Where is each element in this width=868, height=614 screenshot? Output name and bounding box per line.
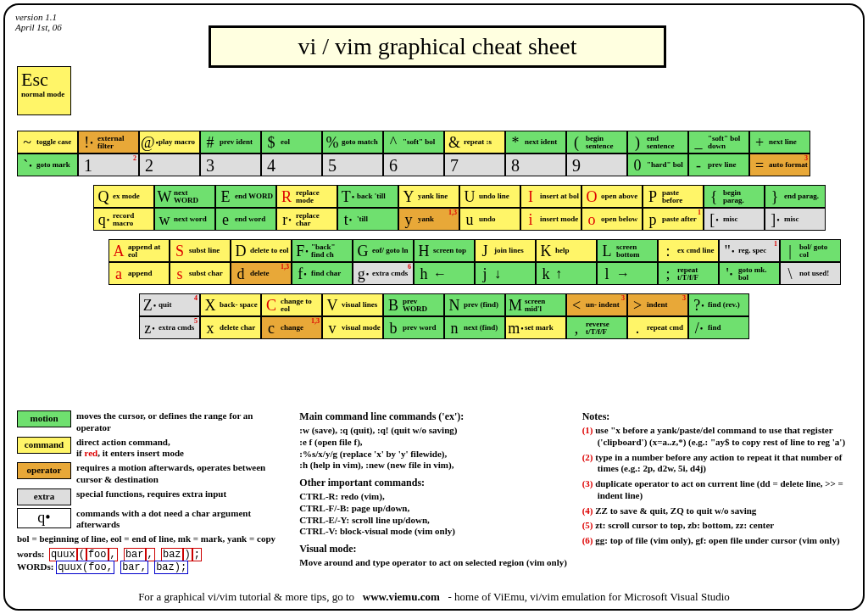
key-label: yank line (418, 193, 459, 200)
key-label: subst line (189, 247, 230, 254)
key-label: misc (723, 215, 764, 223)
key-label: open below (601, 215, 642, 223)
key-char: K (537, 243, 555, 259)
key-!: !external filter (78, 131, 139, 154)
key-k: k↑ (536, 262, 597, 285)
key-label: indent (647, 301, 687, 309)
key-char: x (201, 321, 220, 336)
key-note-ref: 1 (774, 241, 777, 248)
key-char: " (720, 243, 738, 259)
key-label: undo (479, 215, 520, 223)
key-char: d (231, 266, 250, 282)
key-char: & (445, 135, 464, 150)
key-char: { (704, 189, 723, 204)
key-]: ]misc (765, 208, 826, 231)
key-K: Khelp (536, 239, 597, 262)
key-label: paste before (662, 189, 703, 204)
key-label: change to eol (281, 298, 321, 313)
key-Q: Qex mode (93, 185, 154, 208)
key-char: # (201, 135, 220, 150)
key-char: o (582, 212, 601, 227)
key-label: set mark (525, 324, 565, 332)
key-label: prev line (708, 161, 748, 169)
key-label: visual lines (342, 301, 382, 309)
other-heading: Other important commands: (299, 477, 568, 489)
qdot-swatch: q• (17, 508, 71, 528)
key-label: "hard" bol (647, 161, 687, 169)
key-label: misc (784, 215, 825, 223)
ex-text: :w (save), :q (quit), :q! (quit w/o savi… (299, 425, 568, 472)
key-char: % (323, 135, 342, 150)
key-row: zextra cmds5xdelete charcchange1,3vvisua… (139, 316, 749, 339)
key-n: nnext (find) (444, 316, 505, 339)
key-char: 3 (201, 157, 220, 174)
key-label: quit (159, 301, 199, 309)
key-char: : (659, 243, 677, 259)
key-j: j↓ (475, 262, 536, 285)
key-char: D (231, 243, 250, 259)
key-label: subst char (189, 270, 230, 277)
key-e: eend word (215, 208, 276, 231)
version-text: version 1.1 (15, 12, 853, 22)
legend-swatch: motion (17, 410, 71, 427)
key-label: delete char (220, 324, 260, 332)
key-c: cchange1,3 (261, 316, 322, 339)
key-?: ?find (rev.) (688, 293, 749, 316)
esc-key: Esc normal mode (17, 66, 71, 115)
key-^: ^"soft" bol (383, 131, 444, 154)
key-label: help (555, 247, 596, 254)
note-3: (3) duplicate operator to act on current… (582, 478, 851, 502)
key-P: Ppaste before (643, 185, 704, 208)
key-label: end sentence (647, 135, 687, 150)
key-char: = (750, 158, 769, 173)
key-(: (begin sentence (566, 131, 627, 154)
key-char: 0 (628, 158, 647, 173)
key-char: c (262, 321, 281, 336)
key-char: _ (689, 135, 708, 150)
key-note-ref: 1 (698, 209, 701, 216)
note-5: (5) zt: scroll cursor to top, zb: bottom… (582, 520, 851, 532)
key-label: append (128, 270, 169, 277)
key-9: 9 (566, 154, 627, 176)
key-char: t (338, 212, 357, 227)
key-label: undo line (479, 193, 520, 200)
key-char: s (170, 266, 189, 282)
key-label: end WORD (235, 193, 275, 200)
key-J: Jjoin lines (475, 239, 536, 262)
key-*: *next ident (505, 131, 566, 154)
key-char: e (216, 212, 235, 227)
key-char: < (567, 298, 586, 313)
key-.: .repeat cmd (627, 316, 688, 339)
key-label: repeat :s (464, 138, 504, 146)
key-C: Cchange to eol (261, 293, 322, 316)
key-label: goto mk. bol (738, 266, 779, 282)
key-char: 7 (445, 157, 464, 174)
key-2: 2 (139, 154, 200, 176)
key-label: prev WORD (403, 298, 443, 313)
key-u: uundo (459, 208, 520, 231)
key-char: ( (567, 135, 586, 150)
key-char: I (521, 189, 540, 204)
key-label: eof/ goto ln (372, 247, 413, 254)
key-a: aappend (108, 262, 170, 285)
key-char: \ (781, 266, 799, 282)
key-label: play macro (159, 138, 199, 146)
key-<: <un- indent3 (566, 293, 627, 316)
key-U: Uundo line (459, 185, 520, 208)
key-": "reg. spec1 (719, 239, 780, 262)
key-label: replace mode (296, 189, 337, 204)
key-label: record macro (113, 212, 153, 227)
key-label: external filter (97, 135, 138, 150)
key-char: A (109, 243, 128, 259)
key-_: _"soft" bol down (688, 131, 749, 154)
key-E: Eend WORD (215, 185, 276, 208)
key-char: T (338, 189, 357, 204)
key-G: Geof/ goto ln (353, 239, 414, 262)
key-{: {begin parag. (704, 185, 765, 208)
key->: >indent3 (627, 293, 688, 316)
key-char: ? (689, 298, 708, 313)
key-b: bprev word (383, 316, 444, 339)
key-char: 5 (323, 157, 342, 174)
key-label: 'till (357, 215, 398, 223)
key-char: $ (262, 135, 281, 150)
